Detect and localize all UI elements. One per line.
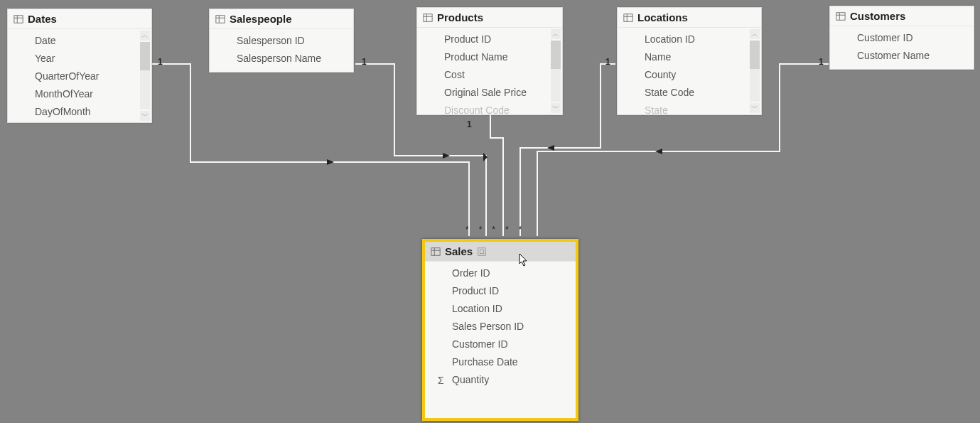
expand-icon[interactable] [477, 247, 487, 257]
field-item[interactable]: State Code [618, 84, 761, 102]
svg-rect-17 [836, 12, 845, 20]
table-title: Locations [637, 11, 688, 23]
svg-rect-8 [216, 15, 225, 23]
field-list-sales: Order ID Product ID Location ID Sales Pe… [425, 262, 576, 392]
cardinality-one-locations: 1 [605, 57, 610, 67]
svg-rect-11 [424, 14, 432, 21]
field-item[interactable]: Cost [417, 66, 562, 84]
cardinality-one-dates: 1 [158, 57, 163, 67]
field-list-salespeople: Salesperson ID Salesperson Name [210, 29, 353, 70]
table-title: Salespeople [230, 13, 292, 25]
table-card-customers[interactable]: Customers Customer ID Customer Name [829, 6, 974, 70]
field-list-products: Product ID Product Name Cost Original Sa… [417, 28, 562, 114]
table-header-salespeople[interactable]: Salespeople [210, 9, 353, 29]
field-item[interactable]: Discount Code [417, 102, 562, 114]
field-item[interactable]: Salesperson Name [210, 50, 353, 68]
scroll-track[interactable] [750, 41, 760, 102]
svg-marker-2 [483, 153, 488, 161]
scroll-thumb[interactable] [750, 41, 760, 69]
table-icon [423, 13, 433, 23]
scroll-up-arrow[interactable]: ︿ [551, 29, 561, 39]
scroll-up-arrow[interactable]: ︿ [140, 31, 150, 41]
field-item[interactable]: Original Sale Price [417, 84, 562, 102]
table-header-dates[interactable]: Dates [8, 9, 151, 29]
field-item[interactable]: Sales Person ID [425, 318, 576, 336]
field-item[interactable]: Customer Name [830, 47, 974, 65]
svg-rect-24 [480, 250, 484, 253]
cardinality-one-salespeople: 1 [362, 57, 367, 67]
field-item[interactable]: Product ID [417, 31, 562, 48]
table-icon [623, 13, 633, 23]
field-list-locations: Location ID Name County State Code State [618, 28, 761, 114]
table-icon [14, 14, 23, 24]
scroll-thumb[interactable] [551, 41, 561, 69]
table-title: Dates [28, 13, 57, 25]
cardinality-one-products: 1 [467, 119, 472, 129]
scrollbar[interactable]: ︿ ﹀ [140, 31, 150, 121]
scroll-down-arrow[interactable]: ﹀ [551, 103, 561, 113]
svg-rect-5 [14, 15, 23, 23]
field-item[interactable]: Location ID [425, 300, 576, 318]
table-title: Sales [445, 245, 473, 257]
table-card-dates[interactable]: Dates Date Year QuarterOfYear MonthOfYea… [7, 9, 152, 123]
field-item[interactable]: Product ID [425, 282, 576, 300]
field-item[interactable]: Purchase Date [425, 353, 576, 371]
field-item[interactable]: DayOfMonth [8, 103, 151, 121]
field-item[interactable]: Name [618, 48, 761, 66]
table-card-sales[interactable]: Sales Order ID Product ID Location ID Sa… [422, 239, 578, 421]
table-header-customers[interactable]: Customers [830, 6, 974, 26]
cardinality-many-sales: ***** [465, 225, 532, 235]
field-item[interactable]: County [618, 66, 761, 84]
sigma-icon: Σ [438, 374, 448, 384]
table-title: Products [437, 11, 483, 23]
scroll-down-arrow[interactable]: ﹀ [750, 103, 760, 113]
table-icon [431, 247, 441, 257]
cardinality-one-customers: 1 [819, 57, 824, 67]
svg-marker-0 [327, 159, 334, 165]
field-item[interactable]: Customer ID [830, 29, 974, 47]
field-item[interactable]: Order ID [425, 264, 576, 282]
field-item[interactable]: State [618, 102, 761, 114]
field-item[interactable]: Salesperson ID [210, 32, 353, 50]
table-icon [215, 14, 225, 24]
scroll-thumb[interactable] [140, 42, 150, 70]
field-item[interactable]: Year [8, 50, 151, 68]
svg-marker-1 [443, 153, 450, 159]
field-list-dates: Date Year QuarterOfYear MonthOfYear DayO… [8, 29, 151, 122]
field-item[interactable]: Customer ID [425, 336, 576, 353]
table-icon [836, 11, 846, 21]
table-title: Customers [850, 10, 905, 22]
field-item[interactable]: Location ID [618, 31, 761, 48]
table-header-products[interactable]: Products [417, 8, 562, 28]
field-item[interactable]: MonthOfYear [8, 85, 151, 103]
svg-rect-20 [431, 247, 440, 255]
scroll-track[interactable] [551, 41, 561, 102]
table-card-locations[interactable]: Locations Location ID Name County State … [617, 7, 762, 115]
table-card-products[interactable]: Products Product ID Product Name Cost Or… [416, 7, 563, 115]
table-card-salespeople[interactable]: Salespeople Salesperson ID Salesperson N… [209, 9, 354, 73]
scrollbar[interactable]: ︿ ﹀ [750, 29, 760, 113]
field-item[interactable]: Σ Quantity [425, 371, 576, 389]
svg-rect-14 [624, 14, 632, 21]
table-header-locations[interactable]: Locations [618, 8, 761, 28]
scroll-up-arrow[interactable]: ︿ [750, 29, 760, 39]
table-header-sales[interactable]: Sales [425, 242, 576, 262]
svg-marker-3 [547, 145, 554, 151]
scroll-track[interactable] [140, 42, 150, 109]
scroll-down-arrow[interactable]: ﹀ [140, 111, 150, 121]
scrollbar[interactable]: ︿ ﹀ [551, 29, 561, 113]
svg-rect-23 [478, 247, 486, 255]
field-item[interactable]: QuarterOfYear [8, 68, 151, 85]
field-item[interactable]: Product Name [417, 48, 562, 66]
field-list-customers: Customer ID Customer Name [830, 26, 974, 68]
field-item[interactable]: Date [8, 32, 151, 50]
svg-marker-4 [655, 149, 662, 154]
